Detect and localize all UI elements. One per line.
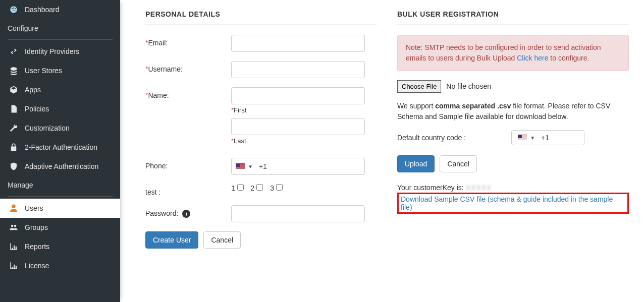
document-icon bbox=[8, 104, 20, 113]
sidebar-label: Adaptive Authentication bbox=[25, 162, 98, 170]
customer-key-line: Your customerKey is: XXXXX bbox=[397, 184, 629, 192]
sidebar-item-users[interactable]: Users bbox=[0, 199, 120, 218]
dashboard-icon bbox=[8, 5, 20, 14]
name-label: *Name: bbox=[145, 87, 231, 99]
sidebar: Dashboard Configure Identity Providers U… bbox=[0, 0, 120, 302]
download-sample-highlight: Download Sample CSV file (schema & guide… bbox=[397, 193, 629, 214]
country-code-label: Default country code : bbox=[397, 134, 466, 142]
test-opt-1[interactable]: 1 bbox=[231, 184, 245, 192]
groups-icon bbox=[8, 223, 20, 232]
sidebar-item-customization[interactable]: Customization bbox=[0, 118, 120, 138]
first-sublabel: *First bbox=[231, 106, 377, 114]
cc-dial: +1 bbox=[541, 134, 549, 142]
password-label: Password: i bbox=[145, 205, 231, 218]
sidebar-label: Dashboard bbox=[25, 6, 60, 14]
sidebar-section-configure: Configure bbox=[0, 19, 120, 37]
password-row: Password: i bbox=[145, 205, 377, 222]
sidebar-label: 2-Factor Authentication bbox=[25, 143, 97, 151]
sidebar-item-groups[interactable]: Groups bbox=[0, 218, 120, 237]
divider bbox=[397, 24, 629, 25]
test-label: test : bbox=[145, 184, 231, 196]
bulk-registration-column: BULK USER REGISTRATION Note: SMTP needs … bbox=[397, 10, 629, 282]
flag-us-icon bbox=[518, 135, 527, 141]
download-sample-link[interactable]: Download Sample CSV file (schema & guide… bbox=[401, 195, 613, 211]
wrench-icon bbox=[8, 124, 20, 133]
username-label: *Username: bbox=[145, 61, 231, 73]
caret-down-icon: ▼ bbox=[530, 135, 535, 141]
last-name-input[interactable] bbox=[231, 118, 365, 135]
country-code-select[interactable]: ▼ +1 bbox=[511, 130, 584, 145]
sidebar-item-2fa[interactable]: 2-Factor Authentication bbox=[0, 138, 120, 157]
sidebar-item-user-stores[interactable]: User Stores bbox=[0, 61, 120, 80]
bulk-registration-title: BULK USER REGISTRATION bbox=[397, 10, 629, 18]
swap-icon bbox=[8, 47, 20, 56]
sidebar-item-adaptive-auth[interactable]: Adaptive Authentication bbox=[0, 157, 120, 176]
sidebar-label: Customization bbox=[25, 124, 70, 132]
upload-button[interactable]: Upload bbox=[397, 155, 435, 172]
test-opt-2[interactable]: 2 bbox=[251, 184, 264, 192]
chart-icon bbox=[8, 261, 20, 270]
info-icon: i bbox=[182, 210, 190, 218]
personal-actions: Create User Cancel bbox=[145, 231, 377, 249]
email-label: *Email: bbox=[145, 35, 231, 47]
cancel-button[interactable]: Cancel bbox=[203, 231, 241, 249]
bulk-actions: Upload Cancel bbox=[397, 155, 629, 172]
choose-file-button[interactable]: Choose File bbox=[397, 80, 441, 93]
customer-key-value: XXXXX bbox=[466, 184, 492, 192]
sidebar-label: Reports bbox=[25, 243, 49, 251]
email-input[interactable] bbox=[231, 35, 365, 52]
sidebar-label: Policies bbox=[25, 105, 49, 113]
phone-input[interactable]: ▼ +1 bbox=[231, 158, 365, 175]
caret-down-icon: ▼ bbox=[248, 164, 253, 169]
sidebar-label: User Stores bbox=[25, 67, 62, 75]
flag-us-icon bbox=[236, 163, 245, 169]
sidebar-item-apps[interactable]: Apps bbox=[0, 80, 120, 99]
no-file-label: No file chosen bbox=[446, 82, 491, 90]
username-input[interactable] bbox=[231, 61, 365, 78]
database-icon bbox=[8, 66, 20, 75]
country-code-row: Default country code : ▼ +1 bbox=[397, 130, 629, 145]
main-content: PERSONAL DETAILS *Email: *Username: *Nam… bbox=[120, 0, 644, 302]
test-opt-3[interactable]: 3 bbox=[270, 184, 284, 192]
first-name-input[interactable] bbox=[231, 87, 365, 104]
personal-details-column: PERSONAL DETAILS *Email: *Username: *Nam… bbox=[145, 10, 377, 282]
personal-details-title: PERSONAL DETAILS bbox=[145, 10, 377, 18]
phone-label: Phone: bbox=[145, 158, 231, 170]
email-row: *Email: bbox=[145, 35, 377, 52]
test-row: test : 1 2 3 bbox=[145, 184, 377, 196]
shield-icon bbox=[8, 162, 20, 171]
last-sublabel: *Last bbox=[231, 137, 377, 145]
smtp-alert: Note: SMTP needs to be configured in ord… bbox=[397, 35, 629, 71]
support-text: We support comma separated .csv file for… bbox=[397, 101, 629, 122]
sidebar-item-license[interactable]: License bbox=[0, 256, 120, 275]
password-input[interactable] bbox=[231, 205, 365, 222]
chart-icon bbox=[8, 242, 20, 251]
sidebar-item-policies[interactable]: Policies bbox=[0, 99, 120, 118]
phone-row: Phone: ▼ +1 bbox=[145, 158, 377, 175]
sidebar-label: License bbox=[25, 262, 49, 270]
name-row: *Name: *First *Last bbox=[145, 87, 377, 149]
alert-configure-link[interactable]: Click here bbox=[517, 54, 548, 62]
box-icon bbox=[8, 85, 20, 94]
user-icon bbox=[8, 204, 20, 213]
username-row: *Username: bbox=[145, 61, 377, 78]
phone-dial: +1 bbox=[256, 162, 267, 170]
sidebar-item-reports[interactable]: Reports bbox=[0, 237, 120, 256]
lock-icon bbox=[8, 143, 20, 152]
sidebar-label: Groups bbox=[25, 223, 48, 231]
sidebar-label: Identity Providers bbox=[25, 47, 79, 55]
alert-text: to configure. bbox=[548, 54, 589, 62]
sidebar-label: Apps bbox=[25, 86, 41, 94]
sidebar-section-manage: Manage bbox=[0, 176, 120, 194]
bulk-cancel-button[interactable]: Cancel bbox=[440, 155, 477, 172]
sidebar-item-identity-providers[interactable]: Identity Providers bbox=[0, 42, 120, 61]
create-user-button[interactable]: Create User bbox=[145, 231, 198, 249]
file-row: Choose File No file chosen bbox=[397, 80, 629, 93]
sidebar-divider bbox=[8, 39, 113, 40]
sidebar-label: Users bbox=[25, 204, 43, 212]
divider bbox=[145, 24, 377, 25]
sidebar-divider bbox=[8, 196, 113, 197]
sidebar-item-dashboard[interactable]: Dashboard bbox=[0, 0, 120, 19]
